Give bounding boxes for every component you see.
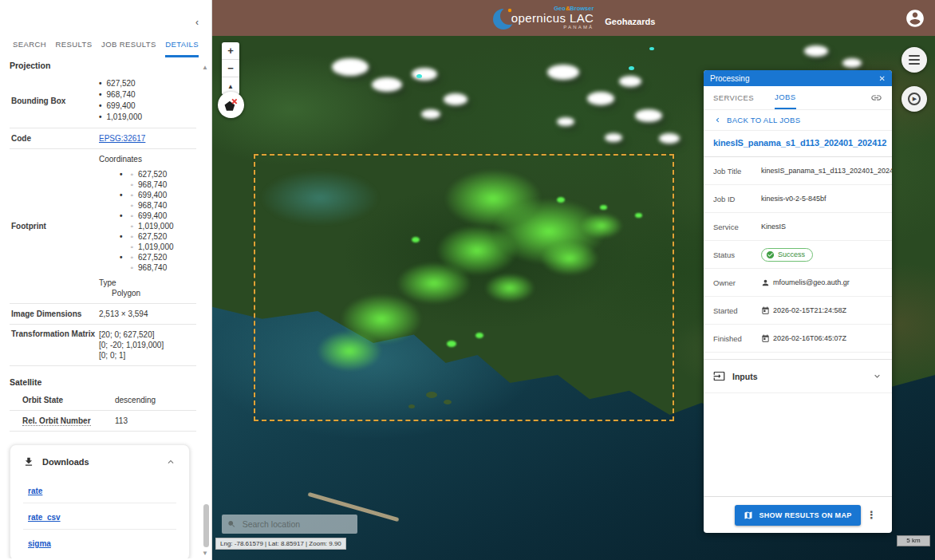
scroll-up-arrow[interactable]: ▲ — [202, 64, 208, 71]
chevron-down-icon[interactable] — [872, 371, 882, 381]
layers-menu-button[interactable] — [901, 47, 927, 73]
calendar-icon — [761, 334, 770, 343]
footprint-points: •◦627,520◦968,740•◦699,400◦968,740•◦699,… — [99, 169, 195, 273]
zoom-out-button[interactable]: − — [222, 60, 239, 77]
downloads-heading: Downloads — [42, 457, 157, 467]
water-dot — [416, 74, 422, 78]
tab-job-results[interactable]: JOB RESULTS — [101, 40, 156, 57]
footprint-type-label: Type — [99, 278, 195, 288]
scroll-down-arrow[interactable]: ▼ — [202, 550, 208, 557]
brand-sub-label: PANAMÁ — [563, 25, 594, 30]
projection-heading: Projection — [10, 61, 196, 70]
calendar-icon — [761, 306, 770, 315]
back-to-all-jobs-link[interactable]: BACK TO ALL JOBS — [704, 110, 892, 131]
copy-link-icon[interactable] — [870, 86, 882, 109]
cloud — [635, 109, 662, 122]
chevron-left-icon — [713, 116, 722, 124]
processing-panel: Processing ✕ SERVICES JOBS BACK TO ALL J… — [704, 70, 892, 533]
bbox-value: •968,740 — [99, 89, 195, 101]
job-title-value: kinesIS_panama_s1_d113_202401_202412 — [761, 167, 892, 175]
account-icon[interactable] — [905, 8, 925, 29]
download-links: raterate_csvsigma — [23, 477, 176, 555]
inputs-accordion[interactable]: Inputs — [704, 360, 892, 393]
transformation-matrix-label: Transformation Matrix — [11, 329, 99, 361]
matrix-row: [0; -20; 1,019,000] — [99, 340, 195, 350]
finished-row: Finished 2026-02-16T06:45:07Z — [704, 325, 892, 353]
search-input[interactable] — [241, 519, 352, 530]
more-options-icon[interactable]: ⋮ — [866, 511, 877, 519]
bbox-value: •627,520 — [99, 78, 195, 89]
processing-tabs: SERVICES JOBS — [704, 86, 892, 110]
cloud — [372, 77, 402, 92]
clear-polygon-button[interactable] — [218, 92, 244, 118]
person-icon — [761, 278, 770, 287]
cloud — [412, 68, 437, 81]
cloud — [804, 45, 828, 57]
cloud — [659, 133, 680, 144]
transformation-matrix-values: [20; 0; 627,520][0; -20; 1,019,000][0; 0… — [99, 329, 195, 361]
cloud — [605, 133, 622, 142]
copernicus-logo: Geo&Browser opernicus LAC PANAMÁ — [492, 5, 594, 32]
download-link-sigma[interactable]: sigma — [28, 539, 51, 548]
footprint-type-value: Polygon — [99, 288, 195, 298]
started-row: Started 2026-02-15T21:24:58Z — [704, 297, 892, 325]
inputs-label: Inputs — [732, 372, 758, 381]
map-viewport[interactable]: + − ▲ ▶ Lng: -78.61579 | Lat: 8.85917 | … — [212, 36, 935, 560]
scale-bar: 5 km — [897, 535, 930, 546]
job-heading: kinesIS_panama_s1_d113_202401_202412 — [704, 131, 892, 157]
chevron-up-icon[interactable] — [165, 456, 176, 467]
bbox-value: •1,019,000 — [99, 112, 195, 123]
download-link-row: rate — [23, 477, 176, 503]
job-id-value: kinesis-v0-2-5-845bf — [761, 195, 827, 203]
rel-orbit-label[interactable]: Rel. Orbit Number — [22, 416, 91, 426]
downloads-header[interactable]: Downloads — [23, 456, 176, 467]
bounding-box-row: Bounding Box •627,520•968,740•699,400•1,… — [10, 73, 196, 128]
zoom-control: + − ▲ — [222, 42, 239, 95]
processing-panel-title: Processing — [710, 74, 749, 83]
tab-jobs[interactable]: JOBS — [775, 86, 795, 109]
cloud — [444, 93, 468, 105]
tab-details[interactable]: DETAILS — [165, 40, 199, 57]
app-title: Geohazards — [605, 10, 655, 26]
download-icon — [23, 456, 34, 467]
image-dimensions-row: Image Dimensions 2,513 × 3,594 — [10, 304, 196, 325]
image-dimensions-value: 2,513 × 3,594 — [99, 309, 195, 319]
footprint-outline — [254, 154, 674, 421]
check-circle-icon — [766, 250, 775, 259]
cloud — [332, 58, 369, 76]
tab-services[interactable]: SERVICES — [713, 86, 754, 109]
sidebar-collapse-button[interactable]: ‹ — [191, 16, 203, 29]
rel-orbit-value: 113 — [115, 416, 195, 426]
input-icon — [713, 370, 725, 382]
coordinates-label: Coordinates — [99, 154, 195, 164]
started-value: 2026-02-15T21:24:58Z — [773, 306, 846, 314]
download-link-rate_csv[interactable]: rate_csv — [28, 513, 61, 522]
sidebar-scrollbar-thumb[interactable] — [203, 504, 209, 547]
orbit-state-label: Orbit State — [11, 395, 115, 405]
tab-search[interactable]: SEARCH — [13, 40, 46, 57]
footprint-point: •◦627,520◦1,019,000 — [120, 231, 195, 252]
tab-results[interactable]: RESULTS — [56, 40, 93, 57]
bounding-box-values: •627,520•968,740•699,400•1,019,000 — [99, 78, 195, 123]
downloads-card: Downloads raterate_csvsigma — [10, 444, 190, 558]
play-circle-icon: ▶ — [908, 93, 921, 105]
service-value: KinesIS — [761, 223, 786, 231]
job-id-row: Job ID kinesis-v0-2-5-845bf — [704, 185, 892, 213]
footprint-point: •◦699,400◦1,019,000 — [120, 211, 195, 231]
show-results-on-map-button[interactable]: SHOW RESULTS ON MAP — [735, 505, 860, 526]
close-icon[interactable]: ✕ — [879, 74, 886, 83]
download-link-row: rate_csv — [23, 503, 176, 530]
sidebar-tabs: SEARCH RESULTS JOB RESULTS DETAILS — [0, 40, 211, 57]
download-link-rate[interactable]: rate — [28, 487, 42, 495]
epsg-code-link[interactable]: EPSG:32617 — [99, 134, 145, 143]
zoom-in-button[interactable]: + — [222, 42, 239, 60]
timeline-play-button[interactable]: ▶ — [901, 86, 927, 112]
footprint-point: •◦627,520◦968,740 — [120, 169, 195, 190]
matrix-row: [20; 0; 627,520] — [99, 329, 195, 340]
service-row: Service KinesIS — [704, 213, 892, 241]
footprint-point: •◦627,520◦968,740 — [120, 252, 195, 273]
details-content: Projection Bounding Box •627,520•968,740… — [0, 59, 201, 558]
water-dot — [649, 47, 654, 50]
owner-value: mfoumelis@geo.auth.gr — [773, 278, 850, 286]
cloud — [842, 58, 862, 68]
